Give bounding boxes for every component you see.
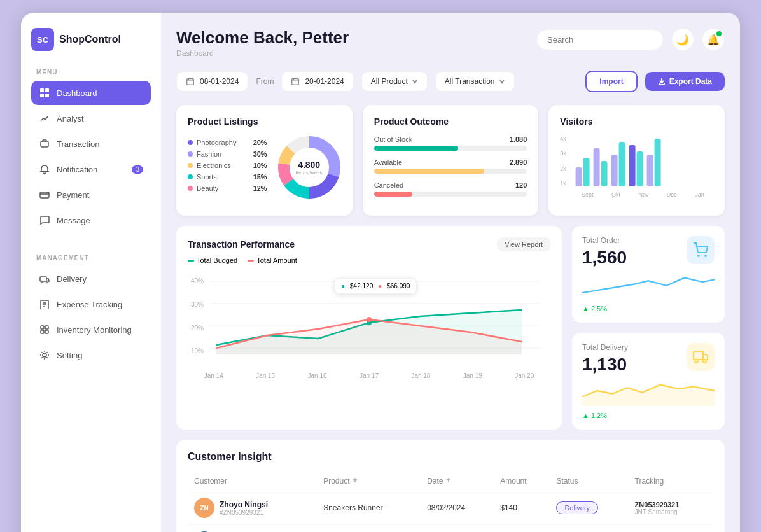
sidebar-item-message[interactable]: Message [31, 208, 151, 232]
svg-text:20%: 20% [191, 325, 204, 332]
sidebar-item-delivery[interactable]: Delivery [31, 267, 151, 291]
svg-rect-12 [41, 330, 44, 333]
sidebar-item-message-label: Message [57, 216, 90, 225]
outcome-row-outofstock: Out of Stock 1.080 [374, 136, 527, 151]
svg-rect-10 [41, 326, 44, 329]
table-row: ZN Zhoyo Ningsi #ZN053929321 Sneakers Ru… [188, 491, 713, 525]
customer-name: Zhoyo Ningsi [220, 500, 268, 509]
sidebar-item-expense-tracking[interactable]: Expense Tracking [31, 292, 151, 316]
sort-icon [352, 477, 358, 484]
date-to-filter[interactable]: 20-01-2024 [281, 71, 353, 92]
notification-button[interactable]: 🔔 [702, 28, 725, 51]
top-cards: Product Listings Photography 20% Fashion… [176, 105, 725, 216]
sidebar-item-payment[interactable]: Payment [31, 183, 151, 207]
svg-rect-1 [45, 88, 49, 92]
menu-label: MENU [31, 69, 151, 76]
chevron-down-icon [412, 78, 418, 85]
from-label: From [256, 77, 274, 86]
delivery-icon-wrap [687, 343, 715, 371]
main-content: Welcome Back, Petter Dashboard 🌙 🔔 08-01… [161, 13, 740, 532]
product-listings-card: Product Listings Photography 20% Fashion… [176, 105, 353, 216]
notification-dot [716, 31, 722, 36]
svg-point-8 [46, 281, 48, 283]
svg-rect-0 [40, 88, 44, 92]
page-title: Welcome Back, Petter [176, 28, 536, 48]
col-tracking: Tracking [629, 472, 713, 491]
svg-rect-11 [45, 326, 48, 329]
sidebar-item-transaction[interactable]: Transaction [31, 132, 151, 156]
shopping-cart-icon [693, 242, 708, 258]
outcome-row-canceled: Canceled 120 [374, 181, 527, 197]
export-button[interactable]: Export Data [645, 72, 725, 91]
sidebar-item-dashboard[interactable]: Dashboard [31, 81, 151, 105]
customer-date: 08/02/2024 [421, 491, 494, 525]
calendar-icon [186, 77, 195, 86]
legend-item-fashion: Fashion 30% [188, 150, 267, 158]
order-icon-wrap [687, 236, 715, 264]
tooltip-bubble: ● $42.120 ● $66.090 [334, 278, 417, 294]
sort-icon-2 [445, 477, 452, 484]
search-input[interactable] [547, 35, 654, 45]
customer-amount: $140 [494, 491, 550, 525]
sidebar-item-notification[interactable]: Notification 3 [31, 157, 151, 181]
customer-amount: $600 [494, 525, 550, 533]
import-button[interactable]: Import [585, 71, 637, 92]
svg-rect-25 [583, 158, 589, 186]
product-outcome-title: Product Outcome [374, 116, 527, 127]
sidebar-item-inventory-monitoring[interactable]: Inventory Monitoring [31, 318, 151, 342]
progress-available [374, 169, 484, 174]
svg-rect-32 [646, 155, 653, 186]
svg-rect-4 [41, 141, 48, 147]
col-status: Status [550, 472, 628, 491]
outcome-rows: Out of Stock 1.080 Available 2.890 [374, 136, 527, 197]
notification-badge: 3 [132, 165, 143, 174]
svg-point-50 [695, 360, 698, 363]
sidebar-item-setting-label: Setting [57, 351, 82, 360]
svg-rect-5 [40, 192, 49, 198]
transaction-filter[interactable]: All Transaction [435, 71, 515, 92]
brand-name: ShopControl [59, 34, 121, 45]
svg-rect-17 [292, 79, 299, 85]
legend-item-sports: Sports 15% [188, 173, 267, 181]
status-badge: Delivery [556, 501, 598, 514]
svg-rect-26 [593, 148, 599, 186]
view-report-button[interactable]: View Report [497, 237, 550, 251]
transaction-legend: Total Budged Total Amount [188, 256, 550, 264]
logo-icon: SC [31, 28, 54, 51]
beauty-dot [188, 186, 193, 191]
right-stats: Total Order 1,560 ▲ 2,5% Total Delivery … [572, 226, 725, 430]
analyst-icon [39, 113, 50, 124]
dark-mode-button[interactable]: 🌙 [671, 28, 694, 51]
sidebar-item-delivery-label: Delivery [57, 274, 87, 284]
notification-icon [39, 164, 50, 175]
svg-text:30%: 30% [191, 301, 204, 308]
visitors-chart [573, 136, 713, 186]
dashboard-icon [39, 87, 50, 99]
progress-canceled [374, 192, 412, 197]
delivery-truck-icon [693, 349, 708, 365]
customer-product: Kamera DSLR [317, 525, 421, 533]
sidebar-item-analyst-label: Analyst [57, 114, 84, 123]
legend-amount-line [248, 260, 254, 262]
svg-rect-31 [636, 151, 643, 186]
delivery-sparkline [582, 375, 715, 407]
sidebar-item-analyst[interactable]: Analyst [31, 106, 151, 130]
sidebar-item-payment-label: Payment [57, 190, 89, 200]
col-date: Date [421, 472, 494, 491]
date-from-filter[interactable]: 08-01-2024 [176, 71, 248, 92]
setting-icon [39, 349, 50, 361]
sidebar-item-expense-label: Expense Tracking [57, 300, 122, 309]
product-filter[interactable]: All Product [361, 71, 428, 92]
svg-text:10%: 10% [191, 347, 204, 354]
total-order-card: Total Order 1,560 ▲ 2,5% [572, 226, 725, 323]
search-box[interactable] [536, 29, 664, 50]
col-amount: Amount [494, 472, 550, 491]
sidebar-item-setting[interactable]: Setting [31, 343, 151, 367]
customer-table: Customer Product Date Amount [188, 472, 713, 532]
col-product: Product [317, 472, 421, 491]
svg-rect-3 [45, 94, 49, 97]
header: Welcome Back, Petter Dashboard 🌙 🔔 [176, 28, 725, 58]
svg-rect-48 [694, 351, 703, 360]
legend-item-electronics: Electronics 10% [188, 162, 267, 169]
transaction-icon [39, 138, 50, 150]
